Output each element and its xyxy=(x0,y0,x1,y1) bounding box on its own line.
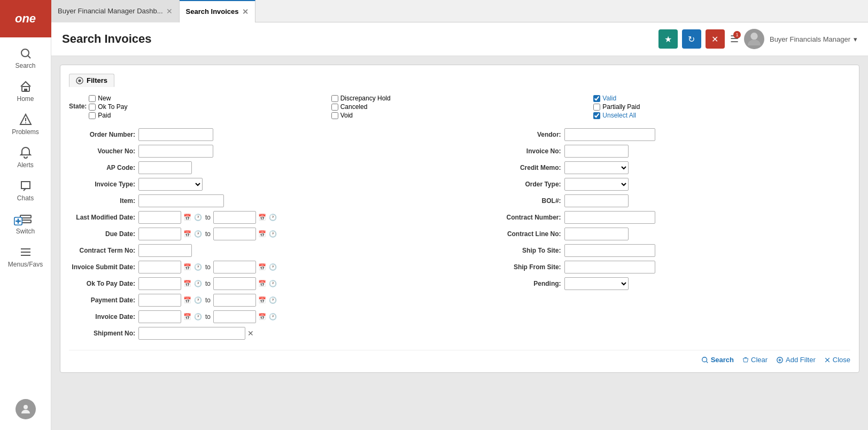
due-date-clock-from[interactable]: 🕐 xyxy=(193,230,203,238)
order-number-input[interactable] xyxy=(138,128,213,141)
invoice-type-select[interactable] xyxy=(138,178,203,191)
bol-input[interactable] xyxy=(564,194,629,207)
contract-line-no-input[interactable] xyxy=(564,228,629,240)
canceled-checkbox[interactable] xyxy=(331,104,338,111)
tab-close-dashboard[interactable]: ✕ xyxy=(166,7,173,15)
tab-dashboard[interactable]: Buyer Financial Manager Dashb... ✕ xyxy=(51,0,180,22)
sidebar-item-chats[interactable]: Chats xyxy=(0,174,51,207)
canceled-label[interactable]: Canceled xyxy=(331,103,588,111)
due-date-from[interactable] xyxy=(138,228,181,240)
payment-date-cal-to[interactable]: 📅 xyxy=(258,296,267,304)
voucher-no-input[interactable] xyxy=(138,145,213,158)
shipment-no-clear[interactable]: ✕ xyxy=(247,329,254,338)
pending-label: Pending: xyxy=(500,280,564,287)
partially-paid-checkbox[interactable] xyxy=(593,104,600,111)
last-modified-clock-from[interactable]: 🕐 xyxy=(193,214,203,221)
partially-paid-label[interactable]: Partially Paid xyxy=(593,103,850,111)
sidebar-item-menus[interactable]: Menus/Favs xyxy=(0,240,51,273)
sidebar-item-home[interactable]: Home xyxy=(0,75,51,108)
sidebar-item-problems[interactable]: Problems xyxy=(0,108,51,141)
invoice-date-clock-to[interactable]: 🕐 xyxy=(268,313,277,320)
void-label[interactable]: Void xyxy=(331,112,588,119)
unselect-all-checkbox[interactable] xyxy=(593,112,600,119)
shipment-no-input[interactable] xyxy=(138,327,245,340)
ship-to-site-input[interactable] xyxy=(564,244,655,257)
payment-date-clock-from[interactable]: 🕐 xyxy=(193,296,203,304)
invoice-date-to[interactable] xyxy=(213,310,256,323)
due-date-clock-to[interactable]: 🕐 xyxy=(268,230,277,238)
ok-to-pay-clock-to[interactable]: 🕐 xyxy=(268,280,277,287)
unselect-all-link[interactable]: Unselect All xyxy=(602,112,636,119)
ship-from-site-input[interactable] xyxy=(564,261,655,273)
void-checkbox[interactable] xyxy=(331,112,338,119)
last-modified-clock-to[interactable]: 🕐 xyxy=(268,214,277,221)
tab-search-invoices[interactable]: Search Invoices ✕ xyxy=(180,0,255,22)
due-date-cal-from[interactable]: 📅 xyxy=(183,230,192,238)
sidebar-item-alerts[interactable]: Alerts xyxy=(0,141,51,174)
valid-label[interactable]: Valid xyxy=(593,95,850,102)
payment-date-clock-to[interactable]: 🕐 xyxy=(268,296,277,304)
credit-memo-select[interactable] xyxy=(564,161,629,174)
add-filter-button[interactable]: Add Filter xyxy=(776,356,816,364)
invoice-submit-cal-to[interactable]: 📅 xyxy=(258,263,267,271)
filters-tab[interactable]: Filters xyxy=(69,74,114,87)
valid-checkbox[interactable] xyxy=(593,95,600,102)
payment-date-from[interactable] xyxy=(138,294,181,307)
filters-tab-bar: Filters xyxy=(69,74,850,87)
invoice-date-clock-from[interactable]: 🕐 xyxy=(193,313,203,320)
discrepancy-hold-checkbox[interactable] xyxy=(331,95,338,102)
ap-code-input[interactable] xyxy=(138,161,192,174)
tab-label: Buyer Financial Manager Dashb... xyxy=(58,7,163,15)
favorite-button[interactable]: ★ xyxy=(658,29,678,49)
refresh-button[interactable]: ↻ xyxy=(682,29,701,49)
search-button[interactable]: Search xyxy=(701,356,734,364)
invoice-no-input[interactable] xyxy=(564,145,629,158)
app-logo[interactable]: one xyxy=(0,0,51,37)
user-dropdown[interactable]: Buyer Financials Manager ▾ xyxy=(770,35,857,43)
last-modified-cal-to[interactable]: 📅 xyxy=(258,214,267,221)
due-date-cal-to[interactable]: 📅 xyxy=(258,230,267,238)
invoice-date-from[interactable] xyxy=(138,310,181,323)
state-new-label[interactable]: New xyxy=(89,95,127,102)
contract-term-no-input[interactable] xyxy=(138,244,192,257)
contract-number-input[interactable] xyxy=(564,211,655,224)
last-modified-date-to[interactable] xyxy=(213,211,256,224)
state-paid-checkbox[interactable] xyxy=(89,112,96,119)
invoice-submit-date-from[interactable] xyxy=(138,261,181,273)
ok-to-pay-clock-from[interactable]: 🕐 xyxy=(193,280,203,287)
item-input[interactable] xyxy=(138,194,224,207)
notifications-button[interactable]: ☰ 1 xyxy=(730,33,739,45)
pending-select[interactable] xyxy=(564,277,629,290)
state-ok-to-pay-checkbox[interactable] xyxy=(89,104,96,111)
sidebar-item-switch[interactable]: Switch xyxy=(0,207,51,240)
last-modified-cal-from[interactable]: 📅 xyxy=(183,214,192,221)
state-paid-label[interactable]: Paid xyxy=(89,112,127,119)
last-modified-date-from[interactable] xyxy=(138,211,181,224)
tab-close-search-invoices[interactable]: ✕ xyxy=(242,8,249,15)
unselect-all-label[interactable]: Unselect All xyxy=(593,112,850,119)
clear-button[interactable]: Clear xyxy=(742,356,768,364)
close-button[interactable]: ✕ xyxy=(706,29,725,49)
invoice-submit-clock-to[interactable]: 🕐 xyxy=(268,263,277,271)
order-type-select[interactable] xyxy=(564,178,629,191)
due-date-to[interactable] xyxy=(213,228,256,240)
invoice-submit-clock-from[interactable]: 🕐 xyxy=(193,263,203,271)
ok-to-pay-date-from[interactable] xyxy=(138,277,181,290)
header-right: ★ ↻ ✕ ☰ 1 Buyer Financials Manager ▾ xyxy=(658,29,857,49)
invoice-submit-date-to[interactable] xyxy=(213,261,256,273)
invoice-submit-cal-from[interactable]: 📅 xyxy=(183,263,192,271)
ok-to-pay-cal-from[interactable]: 📅 xyxy=(183,280,192,287)
ok-to-pay-date-to[interactable] xyxy=(213,277,256,290)
state-ok-to-pay-label[interactable]: Ok To Pay xyxy=(89,103,127,111)
sidebar-item-search[interactable]: Search xyxy=(0,42,51,75)
payment-date-to[interactable] xyxy=(213,294,256,307)
discrepancy-hold-label[interactable]: Discrepancy Hold xyxy=(331,95,588,102)
sidebar-item-user-settings[interactable] xyxy=(0,394,51,425)
state-new-checkbox[interactable] xyxy=(89,95,96,102)
payment-date-cal-from[interactable]: 📅 xyxy=(183,296,192,304)
vendor-input[interactable] xyxy=(564,128,655,141)
invoice-date-cal-to[interactable]: 📅 xyxy=(258,313,267,320)
invoice-date-cal-from[interactable]: 📅 xyxy=(183,313,192,320)
close-filter-button[interactable]: Close xyxy=(824,356,850,364)
ok-to-pay-cal-to[interactable]: 📅 xyxy=(258,280,267,287)
